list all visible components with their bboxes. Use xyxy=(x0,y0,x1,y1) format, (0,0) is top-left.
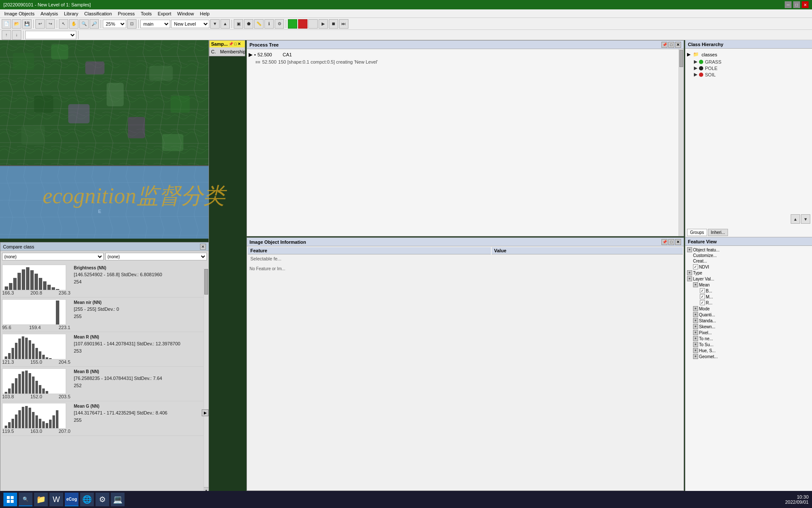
compare-dropdown-2[interactable]: (none) xyxy=(105,253,207,260)
tool-undo[interactable]: ↩ xyxy=(35,19,45,29)
start-button[interactable] xyxy=(3,493,17,506)
checkbox-r[interactable] xyxy=(700,300,705,305)
pt-pin[interactable]: 📌 xyxy=(661,42,667,48)
tool-class1[interactable] xyxy=(288,19,297,29)
tool-pan[interactable]: ✋ xyxy=(69,19,78,29)
tool-zoom-out[interactable]: 🔎 xyxy=(90,19,99,29)
expand-mode[interactable]: + xyxy=(693,306,698,311)
tool-step[interactable]: ⏭ xyxy=(339,19,348,29)
tool-select-rect[interactable]: ▣ xyxy=(234,19,243,29)
expand-mean[interactable]: + xyxy=(693,282,698,287)
taskbar-settings[interactable]: ⚙ xyxy=(96,493,109,506)
taskbar-chrome[interactable]: 🌐 xyxy=(80,493,94,506)
sample-pin[interactable]: 📌 xyxy=(229,42,233,46)
minimize-button[interactable]: ─ xyxy=(785,1,792,8)
tool-run[interactable]: ▶ xyxy=(319,19,328,29)
expand-hue[interactable]: + xyxy=(693,348,698,353)
tool2-2[interactable]: ↓ xyxy=(12,30,21,40)
tool-save[interactable]: 💾 xyxy=(22,19,32,29)
sample-close[interactable]: ✕ xyxy=(238,42,241,46)
maximize-button[interactable]: □ xyxy=(793,1,800,8)
close-button[interactable]: ✕ xyxy=(802,1,809,8)
sample-panel-header[interactable]: Samp... 📌 □ ✕ xyxy=(209,41,245,47)
class-nav-up[interactable]: ▲ xyxy=(791,214,800,224)
class-item-soil[interactable]: ▶ SOIL xyxy=(687,71,810,78)
compare-scrollbar[interactable]: ▲ ▼ xyxy=(203,268,209,499)
expand-type[interactable]: + xyxy=(687,270,692,275)
expand-skewn[interactable]: + xyxy=(693,324,698,329)
sample-select[interactable] xyxy=(25,31,76,39)
taskbar-app[interactable]: eCog xyxy=(65,493,78,506)
tool-select-poly[interactable]: ⬟ xyxy=(244,19,253,29)
menu-analysis[interactable]: Analysis xyxy=(38,10,61,17)
class-item-pole[interactable]: ▶ POLE xyxy=(687,65,810,71)
expand-pixel[interactable]: + xyxy=(693,330,698,335)
class-item-grass[interactable]: ▶ GRASS xyxy=(687,58,810,65)
tool-arrow-down[interactable]: ▼ xyxy=(210,19,220,29)
expand-layer-val[interactable]: + xyxy=(687,276,692,281)
expand-standa[interactable]: + xyxy=(693,318,698,323)
feature-tree-item-ndvi[interactable]: NDVI xyxy=(686,264,811,270)
tool-new[interactable]: 📄 xyxy=(2,19,11,29)
tool-info[interactable]: ℹ xyxy=(264,19,274,29)
class-nav-down[interactable]: ▼ xyxy=(801,214,810,224)
menu-image-objects[interactable]: Image Objects xyxy=(2,10,37,17)
tool-class2[interactable] xyxy=(298,19,307,29)
expand-object-features[interactable]: + xyxy=(687,247,692,252)
expand-tone[interactable]: + xyxy=(693,336,698,341)
checkbox-b[interactable] xyxy=(700,288,705,293)
expand-geom[interactable]: + xyxy=(693,354,698,359)
scroll-right-arrow[interactable]: ▶ xyxy=(202,409,209,416)
tool-pointer[interactable]: ↖ xyxy=(59,19,68,29)
tool-fit[interactable]: ⊡ xyxy=(127,19,136,29)
compare-close[interactable]: ✕ xyxy=(200,244,206,250)
tool-arrow-up[interactable]: ▲ xyxy=(220,19,230,29)
menu-classification[interactable]: Classification xyxy=(82,10,115,17)
sample-maximize[interactable]: □ xyxy=(234,42,236,46)
image-panel-top[interactable] xyxy=(0,40,209,166)
tool2-1[interactable]: ↑ xyxy=(2,30,11,40)
menu-window[interactable]: Window xyxy=(175,10,197,17)
expand-tosu[interactable]: + xyxy=(693,342,698,347)
menu-process[interactable]: Process xyxy=(115,10,137,17)
tool-settings[interactable]: ⚙ xyxy=(275,19,284,29)
tool-redo[interactable]: ↪ xyxy=(46,19,55,29)
tool-stop[interactable]: ⏹ xyxy=(329,19,338,29)
tab-groups[interactable]: Groups xyxy=(687,229,707,236)
tab-inheritance[interactable]: Inheri... xyxy=(708,229,728,236)
tool-class3[interactable] xyxy=(308,19,318,29)
feature-tree-item-r[interactable]: R... xyxy=(686,300,811,306)
tool-measure[interactable]: 📏 xyxy=(254,19,264,29)
image-panel-bottom[interactable]: E xyxy=(0,166,209,239)
menu-help[interactable]: Help xyxy=(197,10,212,17)
ioi-max[interactable]: □ xyxy=(668,239,674,245)
expand-quanti[interactable]: + xyxy=(693,312,698,317)
tool-zoom-in[interactable]: 🔍 xyxy=(79,19,89,29)
mode-select[interactable]: main xyxy=(140,20,170,28)
compare-dropdown-1[interactable]: (none) xyxy=(2,253,104,260)
taskbar-word[interactable]: W xyxy=(49,493,63,506)
checkbox-m[interactable] xyxy=(700,294,705,299)
taskbar-search[interactable]: 🔍 xyxy=(19,493,32,506)
taskbar-terminal[interactable]: 💻 xyxy=(111,493,125,506)
feature-tree-item-b[interactable]: B... xyxy=(686,288,811,294)
feature-tree-item-m[interactable]: M... xyxy=(686,294,811,300)
tool-open[interactable]: 📂 xyxy=(12,19,21,29)
menu-export[interactable]: Export xyxy=(155,10,174,17)
process-tree-scrollbar[interactable] xyxy=(679,49,684,236)
pt-close[interactable]: ✕ xyxy=(675,42,681,48)
scroll-thumb[interactable] xyxy=(679,50,683,67)
level-select[interactable]: New Level xyxy=(171,20,209,28)
compare-scroll-thumb[interactable] xyxy=(204,269,208,295)
checkbox-ndvi[interactable] xyxy=(693,264,698,269)
class-item-classes[interactable]: ▶ 📁 classes xyxy=(687,50,810,58)
process-expand[interactable]: ▶ xyxy=(249,52,252,58)
menu-library[interactable]: Library xyxy=(61,10,81,17)
zoom-select[interactable]: 25% 50% 100% xyxy=(103,20,126,28)
window-controls[interactable]: ─ □ ✕ xyxy=(785,1,809,8)
taskbar-file-explorer[interactable]: 📁 xyxy=(34,493,48,506)
pt-max[interactable]: □ xyxy=(668,42,674,48)
ioi-pin[interactable]: 📌 xyxy=(661,239,667,245)
menu-tools[interactable]: Tools xyxy=(138,10,154,17)
ioi-close[interactable]: ✕ xyxy=(675,239,681,245)
